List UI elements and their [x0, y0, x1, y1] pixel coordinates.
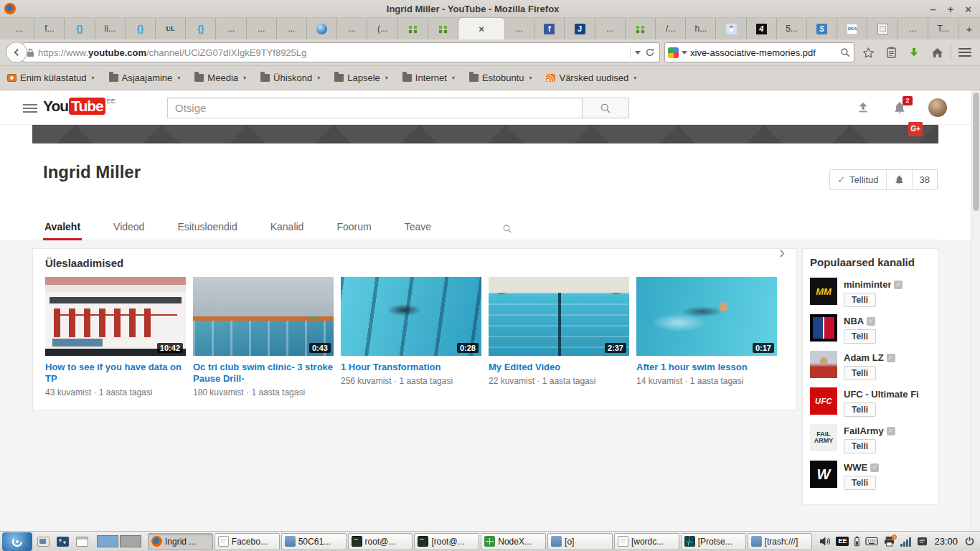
bookmarks-menu-icon[interactable]	[882, 43, 900, 62]
url-bar[interactable]: https://www.youtube.com/channel/UCiZG07d…	[22, 42, 660, 62]
app-launcher-button[interactable]	[2, 532, 32, 551]
google-plus-badge[interactable]: G+	[908, 122, 923, 136]
notifications-bell-icon[interactable]: 2	[892, 100, 907, 115]
browser-tab[interactable]: {}	[126, 18, 156, 39]
browser-tab[interactable]: ...	[4, 18, 34, 39]
keyboard-icon[interactable]	[865, 537, 878, 546]
video-thumbnail[interactable]: 0:28	[341, 277, 481, 356]
search-go-icon[interactable]	[840, 47, 851, 58]
taskbar-window-button[interactable]: [root@...	[414, 533, 479, 550]
browser-tab[interactable]	[307, 18, 337, 39]
browser-tab[interactable]: ...	[277, 18, 307, 39]
subscribe-button[interactable]: Telli	[844, 439, 876, 453]
messaging-menu-icon[interactable]	[917, 536, 928, 547]
browser-tab[interactable]: f...	[34, 18, 65, 39]
subscribe-button[interactable]: Telli	[844, 329, 876, 344]
subscribe-button[interactable]: Telli	[844, 476, 876, 490]
taskbar-window-button[interactable]: Ingrid ...	[148, 533, 213, 550]
keyboard-layout-indicator[interactable]: EE	[836, 537, 849, 546]
browser-tab[interactable]: {}	[186, 18, 216, 39]
channel-bell-button[interactable]	[887, 170, 913, 189]
browser-tab[interactable]	[716, 18, 746, 39]
subscribed-button[interactable]: ✓ Tellitud	[830, 170, 886, 189]
web-search-input[interactable]	[690, 47, 837, 58]
video-title-link[interactable]: My Edited Video	[489, 362, 629, 373]
youtube-search-input[interactable]	[167, 98, 582, 118]
show-desktop-icon[interactable]	[73, 534, 90, 550]
browser-scrollbar[interactable]	[971, 90, 980, 531]
browser-tab[interactable]: 4	[747, 18, 777, 39]
upload-icon[interactable]	[855, 100, 871, 116]
subscribe-button[interactable]: Telli	[844, 293, 876, 307]
video-thumbnail[interactable]: 2:37	[489, 277, 629, 356]
browser-tab[interactable]: f	[534, 18, 565, 39]
channel-avatar[interactable]: UFC	[810, 387, 837, 415]
downloads-icon[interactable]	[905, 43, 923, 62]
browser-tab[interactable]: ...	[504, 18, 534, 39]
bookmark-folder[interactable]: Ühiskond	[260, 72, 320, 83]
taskbar-window-button[interactable]: [o]	[547, 533, 613, 550]
bookmark-folder[interactable]: Estobuntu	[469, 72, 532, 83]
video-thumbnail[interactable]: 0:17	[636, 277, 777, 356]
browser-tab[interactable]: /...	[656, 18, 686, 39]
url-dropdown-icon[interactable]	[635, 51, 641, 55]
taskbar-window-button[interactable]: root@...	[348, 533, 413, 550]
menu-hamburger-icon[interactable]	[956, 43, 974, 62]
scrollbar-thumb[interactable]	[973, 93, 979, 211]
browser-tab[interactable]: li...	[95, 18, 126, 39]
taskbar-window-button[interactable]: [trash:///]	[748, 533, 813, 550]
channel-avatar[interactable]: MM	[810, 278, 837, 305]
youtube-search-button[interactable]	[582, 98, 629, 118]
channel-tab[interactable]: Kanalid	[269, 217, 306, 240]
power-icon[interactable]	[964, 536, 975, 547]
search-bar[interactable]	[664, 42, 854, 62]
taskbar-window-button[interactable]: NodeX...	[481, 533, 546, 550]
video-title-link[interactable]: How to see if you have data on TP	[45, 362, 186, 385]
browser-tab[interactable]: ×	[458, 18, 504, 39]
channel-link[interactable]: WWE	[844, 462, 867, 473]
browser-tab[interactable]: {}	[65, 18, 95, 39]
video-title-link[interactable]: After 1 hour swim lesson	[636, 362, 777, 373]
video-card[interactable]: 0:17 After 1 hour swim lesson 14 kuvamis…	[636, 277, 777, 397]
browser-tab[interactable]: h...	[686, 18, 716, 39]
browser-tab[interactable]: ...	[595, 18, 626, 39]
taskbar-window-button[interactable]: [Protse...	[681, 533, 746, 550]
video-title-link[interactable]: 1 Hour Transformation	[341, 362, 481, 373]
taskbar-window-button[interactable]: Facebo...	[215, 533, 280, 550]
subscribe-button[interactable]: Telli	[844, 366, 876, 380]
bookmark-folder[interactable]: Meedia	[194, 72, 246, 83]
channel-tab[interactable]: Avaleht	[43, 217, 82, 240]
browser-tab[interactable]: OSA	[837, 18, 867, 39]
bookmark-folder[interactable]: Enim külastatud	[7, 72, 95, 83]
workspace-1[interactable]	[97, 535, 118, 547]
channel-tab[interactable]: Foorum	[335, 217, 372, 240]
video-thumbnail[interactable]: 10:42	[45, 277, 186, 356]
video-card[interactable]: 2:37 My Edited Video 22 kuvamist · 1 aas…	[489, 277, 629, 397]
channel-avatar[interactable]: W	[810, 461, 837, 488]
tab-close-icon[interactable]: ×	[479, 24, 484, 34]
video-thumbnail[interactable]: 0:43	[193, 277, 334, 356]
browser-tab[interactable]	[867, 18, 897, 39]
channel-avatar[interactable]	[810, 314, 837, 342]
channel-link[interactable]: UFC - Ultimate Fighti...	[844, 389, 919, 400]
browser-tab[interactable]: ...	[247, 18, 277, 39]
taskbar-window-button[interactable]: 50C61...	[281, 533, 347, 550]
youtube-logo[interactable]: You Tube EE	[43, 98, 116, 115]
browser-tab[interactable]: (...	[367, 18, 397, 39]
browser-tab[interactable]	[428, 18, 458, 39]
channel-link[interactable]: miniminter	[844, 279, 891, 290]
video-card[interactable]: 0:28 1 Hour Transformation 256 kuvamist …	[341, 277, 481, 397]
google-engine-icon[interactable]	[668, 47, 679, 58]
browser-tab[interactable]: 5...	[777, 18, 807, 39]
browser-tab[interactable]: S	[807, 18, 837, 39]
minimize-button[interactable]: –	[930, 0, 936, 18]
engine-dropdown-icon[interactable]	[682, 51, 687, 55]
user-avatar[interactable]	[928, 98, 947, 117]
bookmark-folder[interactable]: Lapsele	[334, 72, 388, 83]
carousel-next-icon[interactable]: ›	[779, 242, 785, 263]
channel-link[interactable]: FailArmy	[844, 425, 884, 436]
browser-tab[interactable]: UL	[156, 18, 186, 39]
bookmark-star-icon[interactable]	[859, 43, 877, 62]
channel-tab[interactable]: Videod	[112, 217, 146, 240]
channel-tab[interactable]: Teave	[403, 217, 433, 240]
